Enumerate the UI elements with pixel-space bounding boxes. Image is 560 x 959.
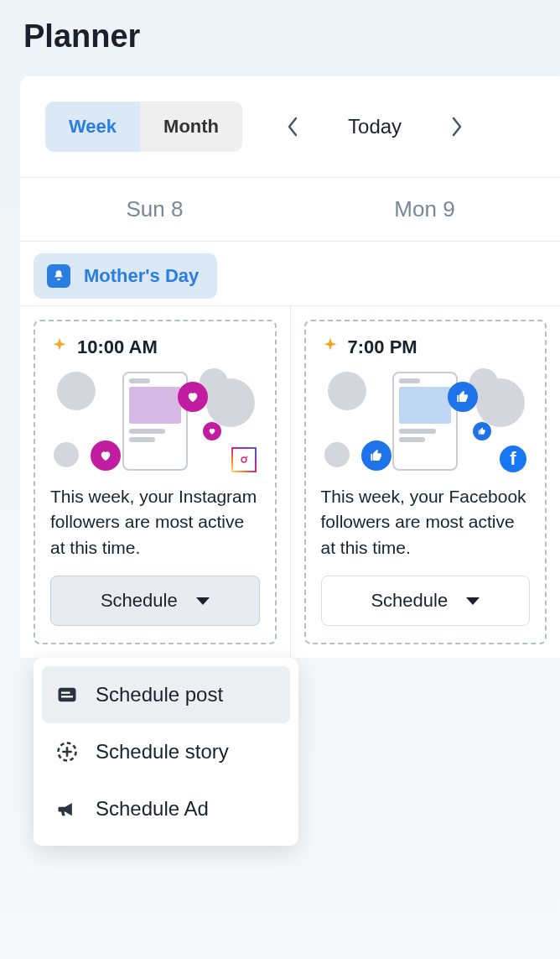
like-icon: [448, 382, 478, 412]
instagram-icon: [231, 447, 257, 472]
dropdown-item-label: Schedule Ad: [96, 797, 209, 821]
tab-week[interactable]: Week: [45, 102, 140, 152]
tab-month[interactable]: Month: [140, 102, 242, 152]
caret-down-icon: [466, 597, 480, 605]
next-week-button[interactable]: [442, 112, 472, 142]
toolbar: Week Month Today: [20, 102, 560, 177]
schedule-button[interactable]: Schedule: [321, 576, 531, 626]
schedule-button[interactable]: Schedule: [50, 576, 260, 626]
day-header-mon: Mon 9: [290, 178, 560, 241]
facebook-icon: f: [500, 446, 526, 472]
planner-panel: Week Month Today Sun 8 Mon 9 Mother's Da…: [20, 76, 560, 658]
view-toggle: Week Month: [45, 102, 242, 152]
suggestion-card-instagram: 10:00 AM: [34, 320, 277, 644]
suggestion-card-facebook: 7:00 PM: [304, 320, 547, 644]
schedule-dropdown: Schedule post Schedule story Schedule Ad: [34, 658, 298, 846]
event-chip-mothers-day[interactable]: Mother's Day: [34, 253, 217, 299]
event-label: Mother's Day: [84, 265, 199, 287]
caret-down-icon: [196, 597, 210, 605]
story-icon: [54, 738, 80, 765]
day-column-mon: 7:00 PM: [291, 306, 561, 658]
card-description: This week, your Instagram followers are …: [50, 484, 260, 560]
svg-point-1: [246, 456, 247, 458]
phone-mock: [392, 372, 458, 471]
chevron-right-icon: [450, 116, 464, 138]
card-time: 7:00 PM: [348, 336, 417, 358]
dropdown-item-label: Schedule post: [96, 683, 223, 706]
heart-icon: [91, 440, 121, 471]
bell-icon: [47, 264, 70, 288]
day-header-sun: Sun 8: [20, 178, 290, 241]
dropdown-item-schedule-story[interactable]: Schedule story: [42, 723, 290, 780]
like-icon: [473, 422, 491, 440]
dropdown-item-schedule-ad[interactable]: Schedule Ad: [42, 780, 290, 837]
card-illustration: [50, 367, 260, 476]
schedule-button-label: Schedule: [101, 590, 178, 612]
svg-rect-4: [61, 696, 73, 697]
event-row: Mother's Day: [20, 242, 560, 306]
svg-rect-2: [59, 688, 76, 701]
card-time: 10:00 AM: [77, 336, 158, 358]
dropdown-item-label: Schedule story: [96, 740, 229, 764]
sparkle-icon: [321, 336, 340, 358]
svg-point-0: [241, 457, 246, 462]
post-icon: [54, 681, 80, 708]
calendar-header: Sun 8 Mon 9: [20, 177, 560, 242]
card-illustration: f: [321, 367, 531, 476]
page-title: Planner: [0, 0, 560, 76]
cards-row: 10:00 AM: [20, 306, 560, 658]
sparkle-icon: [50, 336, 69, 358]
today-button[interactable]: Today: [308, 115, 442, 138]
heart-icon: [203, 422, 221, 440]
phone-mock: [122, 372, 188, 471]
prev-week-button[interactable]: [277, 112, 308, 142]
schedule-button-label: Schedule: [371, 590, 448, 612]
day-column-sun: 10:00 AM: [20, 306, 291, 658]
megaphone-icon: [54, 795, 80, 822]
heart-icon: [178, 382, 208, 412]
dropdown-item-schedule-post[interactable]: Schedule post: [42, 666, 290, 723]
card-description: This week, your Facebook followers are m…: [321, 484, 531, 560]
like-icon: [361, 440, 391, 471]
chevron-left-icon: [286, 116, 299, 138]
svg-rect-3: [61, 692, 70, 694]
